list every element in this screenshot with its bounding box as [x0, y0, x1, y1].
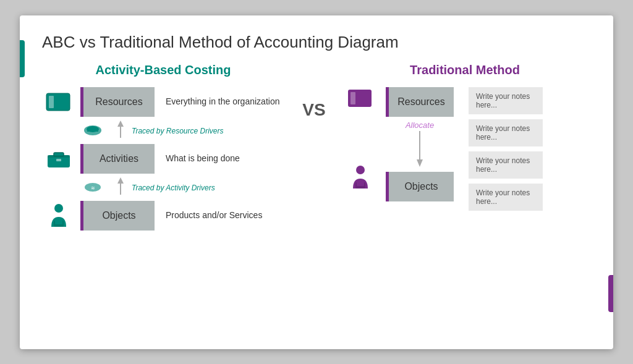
- abc-resources-row: Resources Everything in the organization: [43, 87, 289, 117]
- note-1: Write your notes here...: [469, 87, 543, 114]
- abc-objects-desc: Products and/or Services: [166, 210, 262, 221]
- main-content: Activity-Based Costing Resources: [37, 63, 591, 231]
- note-2: Write your notes here...: [469, 119, 543, 146]
- svg-rect-5: [87, 129, 98, 132]
- briefcase-icon-abc: [43, 148, 74, 170]
- notes-col: Write your notes here... Write your note…: [469, 87, 543, 211]
- resource-driver-label: Traced by Resource Drivers: [132, 127, 224, 135]
- svg-text:≋: ≋: [91, 185, 95, 191]
- svg-rect-23: [357, 181, 364, 186]
- person-icon-trad: [345, 165, 376, 190]
- person-icon-abc: [43, 203, 74, 228]
- traditional-section: Traditional Method: [339, 63, 591, 211]
- slide: ABC vs Traditional Method of Accounting …: [20, 15, 613, 349]
- svg-marker-15: [117, 177, 124, 184]
- slide-title: ABC vs Traditional Method of Accounting …: [42, 33, 591, 52]
- trad-icons-col: [345, 87, 376, 196]
- flag-icon-trad: [345, 87, 376, 109]
- note-4: Write your notes here...: [469, 184, 543, 211]
- svg-rect-20: [350, 92, 355, 104]
- activity-driver-label: Traced by Activity Drivers: [132, 184, 215, 192]
- svg-rect-18: [55, 219, 62, 224]
- abc-section: Activity-Based Costing Resources: [37, 63, 289, 231]
- abc-objects-box: Objects: [80, 201, 155, 231]
- svg-rect-10: [48, 155, 70, 158]
- trad-flow-col: Resources Allocate Objects: [386, 87, 454, 201]
- abc-activities-desc: What is being done: [166, 153, 240, 164]
- accent-bar-left: [20, 40, 25, 77]
- svg-point-16: [54, 204, 63, 213]
- abc-resources-desc: Everything in the organization: [166, 96, 279, 107]
- traditional-heading: Traditional Method: [410, 63, 520, 77]
- svg-rect-11: [56, 159, 61, 161]
- svg-rect-2: [49, 96, 54, 108]
- abc-activities-box: Activities: [80, 144, 155, 174]
- traditional-diagram: Resources Allocate Objects: [339, 87, 591, 211]
- note-3: Write your notes here...: [469, 151, 543, 179]
- svg-marker-25: [417, 159, 423, 167]
- trad-resources-box: Resources: [386, 87, 454, 117]
- abc-activities-row: Activities What is being done: [43, 144, 289, 174]
- vs-section: VS: [289, 63, 339, 120]
- abc-objects-row: Objects Products and/or Services: [43, 201, 289, 231]
- allocate-label: Allocate: [406, 121, 434, 130]
- svg-marker-7: [117, 121, 124, 127]
- abc-diagram: Resources Everything in the organization: [37, 87, 289, 231]
- svg-point-21: [356, 166, 365, 174]
- abc-resources-box: Resources: [80, 87, 155, 117]
- trad-objects-box: Objects: [386, 172, 454, 201]
- vs-label: VS: [302, 100, 325, 120]
- abc-heading: Activity-Based Costing: [96, 63, 231, 77]
- flag-icon-abc: [43, 91, 74, 113]
- accent-bar-right: [608, 275, 613, 312]
